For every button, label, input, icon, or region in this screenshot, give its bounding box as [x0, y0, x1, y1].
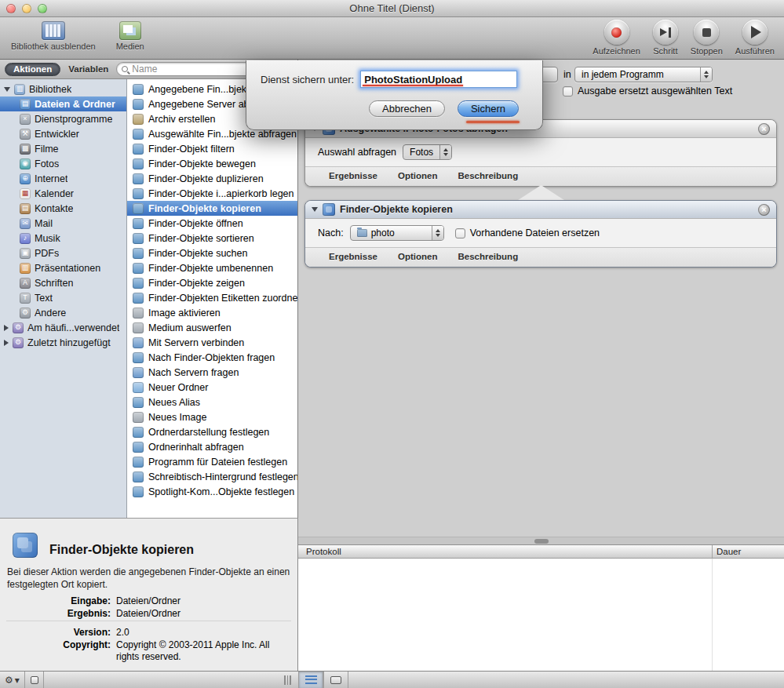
column-resize-handle[interactable] — [284, 675, 291, 685]
replace-existing-checkbox[interactable] — [455, 228, 465, 238]
card-footer-tab[interactable]: Optionen — [398, 171, 437, 180]
action-item[interactable]: Finder-Objekte sortieren — [127, 231, 297, 246]
action-menu-button[interactable]: ⚙ ▾ — [0, 672, 25, 688]
sidebar-item[interactable]: ⚒Entwickler — [0, 126, 126, 141]
step-button[interactable]: Schritt — [653, 20, 678, 56]
sidebar-smart-group[interactable]: ⚙Am häufi...verwendet — [0, 320, 126, 335]
sidebar-item-icon: ▥ — [20, 263, 31, 274]
run-icon — [751, 26, 761, 38]
action-item[interactable]: Ordnerinhalt abfragen — [127, 439, 297, 454]
log-body — [298, 559, 784, 671]
annotation-underline — [363, 85, 463, 86]
sidebar-item[interactable]: ▩Filme — [0, 141, 126, 156]
save-button[interactable]: Sichern — [458, 100, 519, 117]
sidebar-smart-group[interactable]: ⚙Zuletzt hinzugefügt — [0, 335, 126, 350]
card-footer-tab[interactable]: Optionen — [398, 252, 437, 261]
action-item[interactable]: Finder-Objekte suchen — [127, 246, 297, 260]
media-button[interactable]: Medien — [116, 21, 144, 51]
sidebar-item[interactable]: ▥Präsentationen — [0, 260, 126, 275]
sidebar-item[interactable]: ✉Mail — [0, 216, 126, 231]
sidebar-list: ▤Dateien & Ordner×Dienstprogramme⚒Entwic… — [0, 96, 126, 350]
action-item-icon — [133, 144, 144, 155]
action-item[interactable]: Finder-Objekte i...apierkorb legen — [127, 186, 297, 201]
close-icon[interactable]: × — [758, 204, 770, 216]
action-item[interactable]: Finder-Objekt filtern — [127, 141, 297, 156]
panel-icon — [31, 676, 38, 684]
action-item[interactable]: Finder-Objekte umbenennen — [127, 260, 297, 275]
action-item[interactable]: Nach Servern fragen — [127, 365, 297, 380]
card-footer-tab[interactable]: Beschreibung — [458, 252, 518, 261]
sidebar-item[interactable]: ▤Dateien & Ordner — [0, 96, 126, 111]
library-sidebar: ▥ Bibliothek ▤Dateien & Ordner×Dienstpro… — [0, 79, 127, 518]
description-toggle-button[interactable] — [25, 672, 44, 688]
action-item[interactable]: Mit Servern verbinden — [127, 335, 297, 350]
disclosure-triangle-icon[interactable] — [4, 325, 9, 331]
action-item[interactable]: Finder-Objekte bewegen — [127, 156, 297, 171]
action-item-label: Finder-Objekte umbenennen — [148, 263, 273, 274]
log-column-divider — [712, 545, 713, 558]
action-item[interactable]: Neues Alias — [127, 395, 297, 410]
disclosure-triangle-icon[interactable] — [4, 87, 10, 92]
sidebar-item-label: Entwickler — [35, 129, 79, 140]
step-label: Schritt — [653, 46, 677, 56]
save-service-sheet: Dienst sichern unter: Abbrechen Sichern — [246, 60, 543, 130]
sidebar-item-bibliothek[interactable]: ▥ Bibliothek — [0, 82, 126, 96]
action-item[interactable]: Programm für Dateien festlegen — [127, 454, 297, 469]
sidebar-item[interactable]: ▤Kontakte — [0, 201, 126, 216]
status-bar: ⚙ ▾ — [0, 671, 784, 688]
sidebar-item[interactable]: ♪Musik — [0, 231, 126, 246]
show-variables-button[interactable] — [323, 672, 348, 688]
action-item[interactable]: Ordnerdarstellung festlegen — [127, 424, 297, 439]
sidebar-item[interactable]: TText — [0, 290, 126, 305]
sidebar-item[interactable]: ASchriften — [0, 275, 126, 290]
action-item[interactable]: Image aktivieren — [127, 305, 297, 320]
action-item[interactable]: Medium auswerfen — [127, 320, 297, 335]
action-item[interactable]: Finder-Objekte öffnen — [127, 216, 297, 231]
action-item[interactable]: Spotlight-Kom...Objekte festlegen — [127, 484, 297, 499]
action-item-icon — [133, 352, 144, 363]
hide-library-button[interactable]: Bibliothek ausblenden — [11, 21, 96, 51]
action-item-label: Finder-Objekte i...apierkorb legen — [148, 188, 294, 199]
action-card-copy-finder-items[interactable]: Finder-Objekte kopieren × Nach: photo Vo… — [304, 200, 777, 268]
tab-actions[interactable]: Aktionen — [5, 63, 60, 76]
stop-button[interactable]: Stoppen — [691, 20, 723, 56]
horizontal-scrollbar[interactable] — [298, 537, 784, 544]
sidebar-item[interactable]: ▣PDFs — [0, 246, 126, 260]
sidebar-item[interactable]: ⊕Internet — [0, 171, 126, 186]
action-item[interactable]: Finder-Objekte zeigen — [127, 275, 297, 290]
action-item-label: Archiv erstellen — [148, 114, 215, 125]
selection-popup[interactable]: Fotos — [403, 144, 452, 160]
action-item[interactable]: Finder-Objekte duplizieren — [127, 171, 297, 186]
action-item[interactable]: Finder-Objekten Etiketten zuordnen — [127, 290, 297, 305]
action-item-icon — [133, 308, 144, 319]
record-button[interactable]: Aufzeichnen — [593, 20, 640, 56]
sidebar-item-label: Internet — [35, 173, 67, 184]
disclosure-triangle-icon[interactable] — [312, 207, 318, 212]
card-footer-tab[interactable]: Beschreibung — [458, 171, 518, 180]
cancel-button[interactable]: Abbrechen — [369, 100, 445, 117]
action-item[interactable]: Nach Finder-Objekten fragen — [127, 350, 297, 365]
sidebar-item-label: PDFs — [35, 248, 59, 259]
action-item-label: Finder-Objekte bewegen — [148, 158, 256, 169]
card-footer-tab[interactable]: Ergebnisse — [329, 252, 377, 261]
run-button[interactable]: Ausführen — [735, 20, 775, 56]
card-footer-tab[interactable]: Ergebnisse — [329, 171, 377, 180]
service-program-popup[interactable]: in jedem Programm — [574, 67, 713, 82]
sidebar-item[interactable]: ◉Fotos — [0, 156, 126, 171]
sidebar-item-label: Fotos — [35, 158, 59, 169]
output-replaces-checkbox[interactable] — [563, 86, 573, 96]
action-item[interactable]: Neues Image — [127, 410, 297, 424]
sidebar-item[interactable]: ▦Kalender — [0, 186, 126, 201]
selection-popup-value: Fotos — [410, 147, 433, 158]
action-item[interactable]: Finder-Objekte kopieren — [127, 201, 297, 216]
sidebar-item[interactable]: ⚙Andere — [0, 305, 126, 320]
scrollbar-thumb[interactable] — [534, 539, 549, 544]
tab-variables[interactable]: Variablen — [68, 64, 108, 74]
show-log-button[interactable] — [298, 672, 323, 688]
action-item[interactable]: Neuer Ordner — [127, 380, 297, 395]
destination-popup[interactable]: photo — [350, 225, 444, 241]
disclosure-triangle-icon[interactable] — [4, 340, 9, 346]
close-icon[interactable]: × — [758, 123, 770, 135]
action-item[interactable]: Schreibtisch-Hintergrund festlegen — [127, 469, 297, 484]
sidebar-item[interactable]: ×Dienstprogramme — [0, 111, 126, 126]
